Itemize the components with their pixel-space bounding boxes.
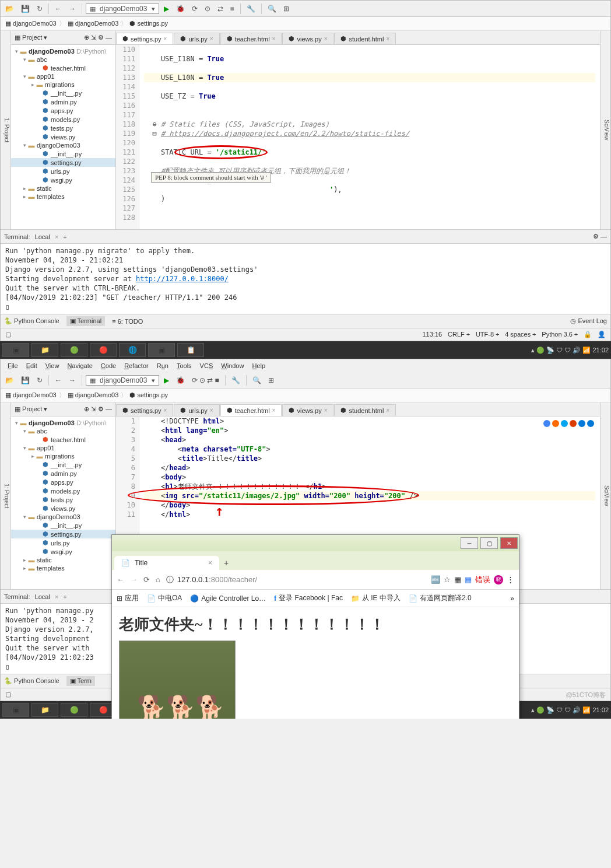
refresh-icon[interactable]: ↻ <box>34 375 45 386</box>
line-sep[interactable]: CRLF ÷ <box>448 331 470 338</box>
tb-explorer[interactable]: 📁 <box>31 703 58 717</box>
forward-icon[interactable]: → <box>66 375 78 386</box>
tab2-student[interactable]: ⬢ student.html × <box>334 404 396 416</box>
tree-migrations[interactable]: ▸▬migrations <box>11 80 115 89</box>
apps-button[interactable]: ⊞ 应用 <box>117 593 139 603</box>
tb-cmd[interactable]: ▣ <box>2 703 29 717</box>
lock-icon[interactable]: 🔒 <box>584 331 592 338</box>
back-icon[interactable]: ← <box>52 4 64 14</box>
ext1-icon[interactable]: ▦ <box>454 575 461 584</box>
refresh-icon[interactable]: ↻ <box>34 4 45 14</box>
menu-help[interactable]: Help <box>248 361 269 370</box>
settings-icon[interactable]: 🔧 <box>244 4 258 14</box>
tab2-urls[interactable]: ⬢ urls.py × <box>174 404 219 416</box>
structure-icon[interactable]: ⊞ <box>266 375 276 386</box>
tab-settings[interactable]: ⬢ settings.py × <box>116 33 173 44</box>
save-icon[interactable]: 💾 <box>19 375 32 386</box>
collapse-icon[interactable]: ⇲ <box>91 34 96 41</box>
tab-python-console[interactable]: 🐍 Python Console <box>4 317 59 325</box>
tree-models[interactable]: ⬢models.py <box>11 115 115 124</box>
tb-app2[interactable]: 🔴 <box>90 343 117 357</box>
terminal-output[interactable]: Run 'python manage.py migrate' to apply … <box>1 244 610 314</box>
run-config-selector[interactable]: ▦ djangoDemo03 ▾ <box>86 4 159 14</box>
attach-icon[interactable]: ⇄ <box>215 4 226 14</box>
tab-terminal-2[interactable]: ▣ Term <box>66 676 95 686</box>
menu-tools[interactable]: Tools <box>173 361 195 370</box>
tab-urls[interactable]: ⬢ urls.py × <box>174 33 219 44</box>
more-icons[interactable]: ⟳ ⊙ ⇄ ■ <box>189 375 222 386</box>
tb-pycharm[interactable]: ▣ <box>148 343 175 357</box>
debug-icon[interactable]: 🐞 <box>174 375 187 386</box>
star-icon[interactable]: ☆ <box>444 575 451 584</box>
run-config-selector[interactable]: ▦ djangoDemo03 ▾ <box>86 375 159 386</box>
menu-navigate[interactable]: Navigate <box>64 361 96 370</box>
hide-icon[interactable]: — <box>106 34 112 41</box>
maximize-button[interactable]: ▢ <box>480 537 498 549</box>
translate-icon[interactable]: 🔤 <box>431 575 440 584</box>
open-icon[interactable]: 📂 <box>3 4 16 14</box>
save-icon[interactable]: 💾 <box>19 4 32 14</box>
error-badge[interactable]: 错误 <box>475 575 490 585</box>
menu-icon[interactable]: ⋮ <box>507 575 514 584</box>
run-icon[interactable]: ▶ <box>161 4 171 14</box>
forward-icon[interactable]: → <box>66 4 78 14</box>
tree-urls[interactable]: ⬢urls.py <box>11 167 115 176</box>
tree-app01[interactable]: ▾▬app01 <box>11 72 115 80</box>
tab-terminal[interactable]: ▣ Terminal <box>66 316 105 326</box>
bc-root[interactable]: ▦ djangoDemo03 <box>5 20 57 27</box>
tree-wsgi[interactable]: ⬢wsgi.py <box>11 176 115 184</box>
search-icon[interactable]: 🔍 <box>250 375 264 386</box>
server-url-link[interactable]: http://127.0.0.1:8000/ <box>136 275 229 283</box>
bc-file[interactable]: ⬢ settings.py <box>129 20 168 27</box>
profile-icon[interactable]: ⊙ <box>202 4 213 14</box>
tab-teacher[interactable]: ⬢ teacher.html × <box>220 33 282 44</box>
target-icon[interactable]: ⊕ <box>84 34 89 41</box>
search-icon[interactable]: 🔍 <box>265 4 279 14</box>
browser-titlebar[interactable]: ─ ▢ ✕ <box>112 535 519 551</box>
tab-python-console-2[interactable]: 🐍 Python Console <box>4 677 59 685</box>
debug-icon[interactable]: 🐞 <box>174 4 187 14</box>
tab2-settings[interactable]: ⬢ settings.py × <box>116 404 173 416</box>
tree-settings[interactable]: ⬢settings.py <box>11 158 115 167</box>
sidebar-tab-sciview-2[interactable]: SciView <box>600 402 610 589</box>
tab2-views[interactable]: ⬢ views.py × <box>282 404 333 416</box>
tb-app3[interactable]: 📋 <box>177 343 204 357</box>
nav-back[interactable]: ← <box>117 575 124 584</box>
tree-root[interactable]: ▾▬djangoDemo03 D:\Python\ <box>11 419 115 427</box>
tree-templates[interactable]: ▸▬templates <box>11 192 115 201</box>
tab-student[interactable]: ⬢ student.html × <box>334 33 396 44</box>
tb-app1[interactable]: 🟢 <box>61 703 87 717</box>
bm-ie-import[interactable]: 📁 从 IE 中导入 <box>351 593 401 603</box>
tree-init[interactable]: ⬢__init__.py <box>11 89 115 97</box>
bm-youdao[interactable]: 📄 有道网页翻译2.0 <box>409 593 472 603</box>
tree-teacher[interactable]: ⬢teacher.html <box>11 64 115 72</box>
menu-vcs[interactable]: VCS <box>196 361 217 370</box>
bookmarks-overflow[interactable]: » <box>510 594 514 603</box>
tree-abc[interactable]: ▾▬abc <box>11 55 115 64</box>
menu-code[interactable]: Code <box>97 361 120 370</box>
menu-view[interactable]: View <box>42 361 63 370</box>
tab2-teacher[interactable]: ⬢ teacher.html × <box>220 404 282 416</box>
tb-app1[interactable]: 🟢 <box>61 343 87 357</box>
tab-views[interactable]: ⬢ views.py × <box>282 33 333 44</box>
bm-zdoa[interactable]: 📄 中电OA <box>147 593 182 603</box>
stop-icon[interactable]: ■ <box>228 4 237 14</box>
tb-cmd[interactable]: ▣ <box>2 343 29 357</box>
settings-icon[interactable]: 🔧 <box>229 375 243 386</box>
python-version[interactable]: Python 3.6 ÷ <box>542 331 578 338</box>
nav-home[interactable]: ⌂ <box>156 575 160 584</box>
minimize-button[interactable]: ─ <box>461 537 478 549</box>
encoding[interactable]: UTF-8 ÷ <box>476 331 499 338</box>
browser-preview-icons[interactable] <box>543 420 594 427</box>
nav-forward[interactable]: → <box>130 575 138 584</box>
menu-refactor[interactable]: Refactor <box>121 361 152 370</box>
tree-apps[interactable]: ⬢apps.py <box>11 106 115 115</box>
tree-root[interactable]: ▾▬djangoDemo03 D:\Python\ <box>11 47 115 55</box>
bm-agile[interactable]: 🔵 Agile Controller Lo… <box>190 594 266 603</box>
new-tab-button[interactable]: + <box>219 556 233 570</box>
gear-icon[interactable]: ⚙ <box>98 34 104 41</box>
close-button[interactable]: ✕ <box>500 537 518 549</box>
inspector-icon[interactable]: 👤 <box>598 331 606 338</box>
code-editor[interactable]: 1101111121131141151161171181191201211221… <box>116 45 600 229</box>
open-icon[interactable]: 📂 <box>3 375 16 386</box>
